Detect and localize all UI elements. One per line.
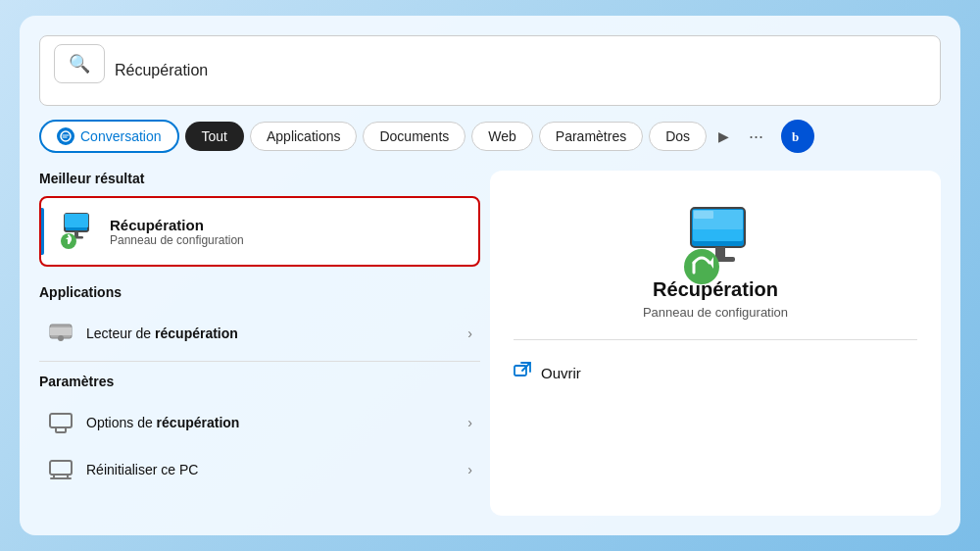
search-panel: 🔍 Conversation Tout Applications Documen… xyxy=(20,16,960,535)
app-item-options[interactable]: Options de récupération › xyxy=(39,399,480,446)
app-item-lecteur-arrow: › xyxy=(467,326,472,341)
recovery-result-icon xyxy=(57,212,96,251)
tab-documents[interactable]: Documents xyxy=(363,122,466,151)
apps-section-title: Applications xyxy=(39,284,480,300)
svg-point-10 xyxy=(58,335,64,341)
tab-dos-label: Dos xyxy=(665,128,690,144)
options-icon xyxy=(47,409,74,436)
tab-more-button[interactable]: ··· xyxy=(741,123,771,151)
conversation-icon xyxy=(57,127,74,145)
tab-documents-label: Documents xyxy=(379,128,449,144)
svg-point-0 xyxy=(61,131,71,141)
svg-point-20 xyxy=(684,249,719,284)
open-icon xyxy=(514,362,531,383)
search-icon: 🔍 xyxy=(54,44,105,83)
best-result-title: Meilleur résultat xyxy=(39,171,480,186)
bing-button[interactable]: b xyxy=(781,120,814,153)
svg-rect-12 xyxy=(56,427,66,432)
right-panel: Récupération Panneau de configuration Ou… xyxy=(490,171,941,516)
app-item-options-arrow: › xyxy=(467,415,472,430)
tab-play-button[interactable]: ▶ xyxy=(712,125,735,148)
tab-dos[interactable]: Dos xyxy=(649,122,707,151)
app-item-options-bold: récupération xyxy=(157,415,240,430)
tab-tout-label: Tout xyxy=(202,128,227,144)
svg-rect-13 xyxy=(50,461,72,475)
tab-tout[interactable]: Tout xyxy=(185,122,244,151)
svg-rect-17 xyxy=(694,211,713,219)
right-divider xyxy=(514,339,917,340)
best-result-name: Récupération xyxy=(110,217,244,233)
app-item-reinitialiser-arrow: › xyxy=(467,462,472,477)
filter-tabs: Conversation Tout Applications Documents… xyxy=(39,120,941,153)
tab-parametres-label: Paramètres xyxy=(556,128,626,144)
main-content: Meilleur résultat xyxy=(39,171,941,535)
right-recovery-icon xyxy=(676,200,755,278)
tab-web[interactable]: Web xyxy=(471,122,533,151)
best-result-sub: Panneau de configuration xyxy=(110,233,244,247)
tab-parametres[interactable]: Paramètres xyxy=(539,122,643,151)
app-item-lecteur[interactable]: Lecteur de récupération › xyxy=(39,310,480,357)
app-item-reinitialiser[interactable]: Réinitialiser ce PC › xyxy=(39,446,480,493)
left-panel: Meilleur résultat xyxy=(39,171,490,535)
tab-conversation[interactable]: Conversation xyxy=(39,120,179,153)
best-result-card[interactable]: Récupération Panneau de configuration xyxy=(39,196,480,267)
svg-rect-4 xyxy=(65,214,88,227)
tab-applications[interactable]: Applications xyxy=(250,122,358,151)
reinitialiser-icon xyxy=(47,456,74,483)
drive-icon xyxy=(47,320,74,347)
best-result-text: Récupération Panneau de configuration xyxy=(110,217,244,247)
svg-text:b: b xyxy=(792,129,799,144)
right-open-action[interactable]: Ouvrir xyxy=(514,356,917,389)
tab-applications-label: Applications xyxy=(267,128,341,144)
svg-rect-23 xyxy=(514,366,526,376)
right-sub: Panneau de configuration xyxy=(643,305,788,320)
params-section-title: Paramètres xyxy=(39,374,480,389)
search-bar: 🔍 xyxy=(39,35,941,106)
app-item-lecteur-label: Lecteur de récupération xyxy=(86,326,456,341)
app-item-options-label: Options de récupération xyxy=(86,415,456,430)
search-input[interactable] xyxy=(115,62,926,79)
svg-rect-9 xyxy=(50,327,72,335)
tab-web-label: Web xyxy=(488,128,516,144)
svg-rect-18 xyxy=(715,247,725,257)
right-action-label: Ouvrir xyxy=(541,365,581,381)
svg-rect-5 xyxy=(74,231,78,236)
section-divider xyxy=(39,361,480,362)
tab-conversation-label: Conversation xyxy=(80,128,162,144)
app-item-reinitialiser-label: Réinitialiser ce PC xyxy=(86,462,456,477)
svg-rect-11 xyxy=(50,414,72,427)
app-item-bold: récupération xyxy=(155,326,238,341)
